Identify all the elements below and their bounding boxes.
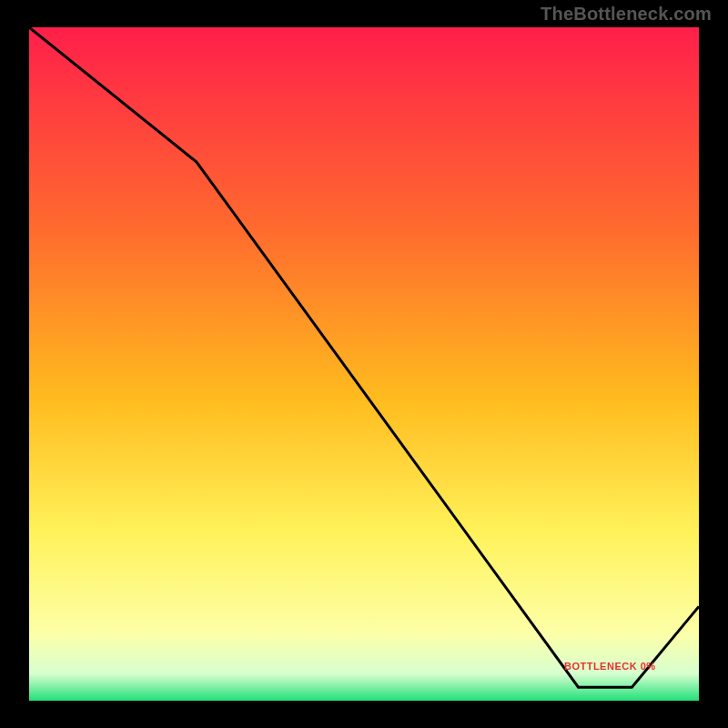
chart-frame [29, 27, 699, 701]
flat-segment-label: BOTTLENECK 0% [564, 661, 656, 672]
gradient-background [29, 27, 699, 701]
watermark-text: TheBottleneck.com [541, 4, 712, 25]
chart-container: TheBottleneck.com BOTTLENECK 0% [0, 0, 728, 728]
bottleneck-chart [29, 27, 699, 701]
